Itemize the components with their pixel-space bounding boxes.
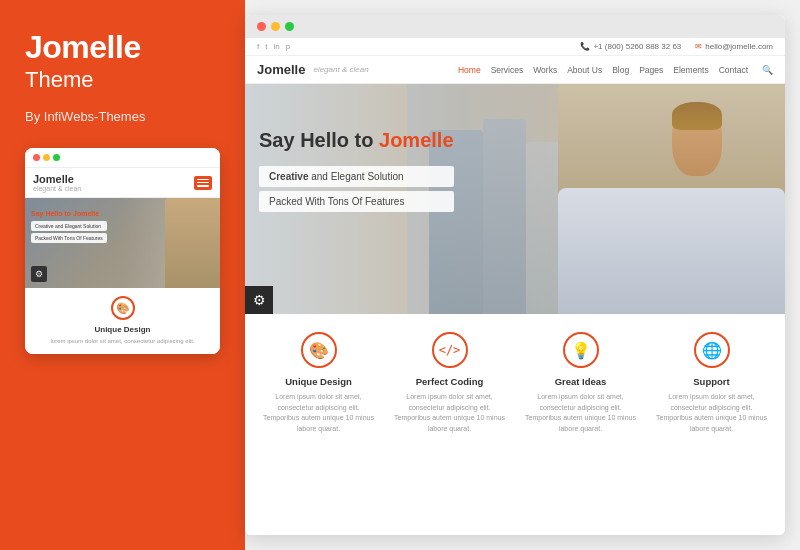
mobile-feature-desc: lorem ipsum dolor sit amet, consectetur … xyxy=(50,337,194,345)
feature-perfect-coding: </> Perfect Coding Lorem ipsum dolor sit… xyxy=(388,332,511,525)
mobile-hero-content: Say Hello to Jomelle Creative and Elegan… xyxy=(31,210,107,243)
browser-bar xyxy=(245,15,785,38)
hero-title-pre: Say Hello to xyxy=(259,129,379,151)
hero-title-accent: Jomelle xyxy=(379,129,453,151)
search-icon[interactable]: 🔍 xyxy=(762,65,773,75)
feature-2-desc: Lorem ipsum dolor sit amet, consectetur … xyxy=(392,392,507,434)
browser-dot-yellow xyxy=(271,22,280,31)
nav-contact[interactable]: Contact xyxy=(719,65,748,75)
feature-4-desc: Lorem ipsum dolor sit amet, consectetur … xyxy=(654,392,769,434)
hero-badge1-bold: Creative xyxy=(269,171,308,182)
desktop-preview: f t in p 📞 +1 (800) 5260 888 32 63 ✉ hel… xyxy=(245,15,785,535)
mobile-hero: Say Hello to Jomelle Creative and Elegan… xyxy=(25,198,220,288)
pinterest-icon[interactable]: p xyxy=(286,42,290,51)
feature-3-name: Great Ideas xyxy=(555,376,607,387)
mobile-feature-title: Unique Design xyxy=(94,325,150,334)
site-logo: Jomelle xyxy=(257,62,305,77)
brand-by: By InfiWebs-Themes xyxy=(25,109,220,124)
nav-elements[interactable]: Elements xyxy=(673,65,708,75)
brand-title: Jomelle xyxy=(25,30,220,65)
nav-works[interactable]: Works xyxy=(533,65,557,75)
mobile-dots xyxy=(33,154,60,161)
facebook-icon[interactable]: f xyxy=(257,42,259,51)
feature-3-desc: Lorem ipsum dolor sit amet, consectetur … xyxy=(523,392,638,434)
hero-main-person xyxy=(558,84,785,314)
email-icon: ✉ xyxy=(695,42,702,51)
mobile-dot-yellow xyxy=(43,154,50,161)
feature-support: 🌐 Support Lorem ipsum dolor sit amet, co… xyxy=(650,332,773,525)
mobile-browser-bar xyxy=(25,148,220,168)
mobile-nav: Jomelle elegant & clean xyxy=(25,168,220,198)
mobile-hamburger-icon[interactable] xyxy=(194,176,212,190)
mobile-preview: Jomelle elegant & clean Say Hello to Jom… xyxy=(25,148,220,353)
site-tagline: elegant & clean xyxy=(313,65,368,74)
browser-dot-red xyxy=(257,22,266,31)
feature-1-desc: Lorem ipsum dolor sit amet, consectetur … xyxy=(261,392,376,434)
perfect-coding-icon: </> xyxy=(432,332,468,368)
brand-subtitle: Theme xyxy=(25,67,220,93)
nav-about[interactable]: About Us xyxy=(567,65,602,75)
email-address: hello@jomelle.com xyxy=(705,42,773,51)
site-content: f t in p 📞 +1 (800) 5260 888 32 63 ✉ hel… xyxy=(245,38,785,535)
mobile-hero-person xyxy=(165,198,220,288)
mobile-hero-badge2: Packed With Tons Of Features xyxy=(31,233,107,243)
mobile-dot-green xyxy=(53,154,60,161)
instagram-icon[interactable]: in xyxy=(273,42,279,51)
feature-great-ideas: 💡 Great Ideas Lorem ipsum dolor sit amet… xyxy=(519,332,642,525)
feature-1-name: Unique Design xyxy=(285,376,352,387)
twitter-icon[interactable]: t xyxy=(265,42,267,51)
mobile-gear-icon[interactable]: ⚙ xyxy=(31,266,47,282)
mobile-features: 🎨 Unique Design lorem ipsum dolor sit am… xyxy=(25,288,220,353)
site-hero: Say Hello to Jomelle Creative and Elegan… xyxy=(245,84,785,314)
hero-badge-1: Creative and Elegant Solution xyxy=(259,166,454,187)
great-ideas-icon: 💡 xyxy=(563,332,599,368)
left-panel: Jomelle Theme By InfiWebs-Themes Jomelle… xyxy=(0,0,245,550)
feature-unique-design: 🎨 Unique Design Lorem ipsum dolor sit am… xyxy=(257,332,380,525)
mobile-hero-badge1: Creative and Elegant Solution xyxy=(31,221,107,231)
email-item: ✉ hello@jomelle.com xyxy=(695,42,773,51)
feature-4-name: Support xyxy=(693,376,729,387)
mobile-hero-title: Say Hello to Jomelle xyxy=(31,210,107,217)
phone-icon: 📞 xyxy=(580,42,590,51)
hero-badge-2: Packed With Tons Of Features xyxy=(259,191,454,212)
phone-number: +1 (800) 5260 888 32 63 xyxy=(593,42,681,51)
site-nav-links: Home Services Works About Us Blog Pages … xyxy=(458,65,773,75)
nav-services[interactable]: Services xyxy=(491,65,524,75)
support-icon: 🌐 xyxy=(694,332,730,368)
mobile-logo: Jomelle elegant & clean xyxy=(33,173,81,192)
hamburger-line xyxy=(197,179,209,181)
hero-badge1-rest: and Elegant Solution xyxy=(308,171,403,182)
mobile-dot-red xyxy=(33,154,40,161)
site-navbar: Jomelle elegant & clean Home Services Wo… xyxy=(245,56,785,84)
gear-icon[interactable]: ⚙ xyxy=(245,286,273,314)
social-links: f t in p xyxy=(257,42,290,51)
feature-2-name: Perfect Coding xyxy=(416,376,484,387)
phone-item: 📞 +1 (800) 5260 888 32 63 xyxy=(580,42,681,51)
site-features: 🎨 Unique Design Lorem ipsum dolor sit am… xyxy=(245,314,785,535)
browser-dot-green xyxy=(285,22,294,31)
site-topbar: f t in p 📞 +1 (800) 5260 888 32 63 ✉ hel… xyxy=(245,38,785,56)
hero-text-block: Say Hello to Jomelle Creative and Elegan… xyxy=(259,129,454,216)
unique-design-icon: 🎨 xyxy=(301,332,337,368)
nav-blog[interactable]: Blog xyxy=(612,65,629,75)
hero-title: Say Hello to Jomelle xyxy=(259,129,454,152)
nav-pages[interactable]: Pages xyxy=(639,65,663,75)
nav-home[interactable]: Home xyxy=(458,65,481,75)
hamburger-line xyxy=(197,182,209,184)
mobile-feature-icon: 🎨 xyxy=(111,296,135,320)
hamburger-line xyxy=(197,185,209,187)
